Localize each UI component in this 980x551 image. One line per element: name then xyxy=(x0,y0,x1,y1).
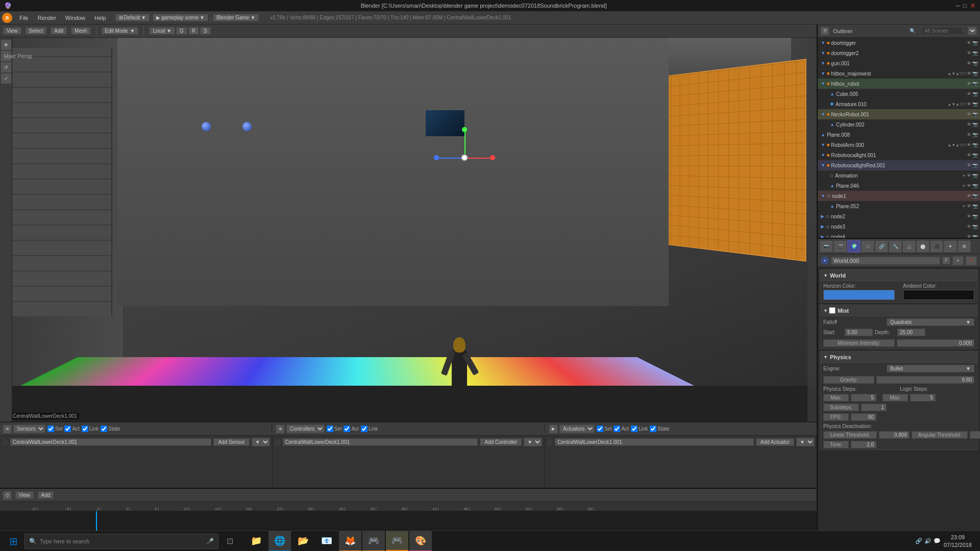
substeps-input[interactable] xyxy=(861,404,887,411)
link-check-ctrl[interactable] xyxy=(361,425,368,432)
blender-logo[interactable]: B xyxy=(2,13,12,23)
sensor-object-input[interactable] xyxy=(10,438,211,446)
camera-restrict-icon-c005[interactable]: 📷 xyxy=(972,91,978,96)
outliner-item-doortrigger[interactable]: ▼ ■ doortrigger 👁 📷 xyxy=(818,38,980,48)
scene-selector[interactable]: ▶ gameplay scene ▼ xyxy=(153,14,208,21)
restrict-icon-n2[interactable]: 👁 xyxy=(967,214,971,219)
prop-tab-world[interactable]: 🌍 xyxy=(847,240,861,253)
restrict-icon-ra[interactable]: 👁 xyxy=(967,142,971,147)
restrict-icon-hmw[interactable]: 👁 xyxy=(967,71,971,76)
vp-tool-3[interactable]: ↺ xyxy=(1,62,11,72)
outliner-item-hitbox-robot[interactable]: ▼ ■ hitbox_robot 👁 📷 xyxy=(818,79,980,89)
filter-type[interactable] xyxy=(968,27,977,35)
add-sensor-btn[interactable]: Add Sensor xyxy=(213,438,249,446)
mist-depth-input[interactable] xyxy=(897,329,925,336)
restrict-icon2[interactable]: 👁 xyxy=(967,51,971,56)
ambient-color-swatch[interactable] xyxy=(903,290,974,300)
restrict-icon-p008[interactable]: 👁 xyxy=(967,132,971,137)
outliner-search[interactable] xyxy=(922,27,963,35)
physics-section-header[interactable]: ▼ Physics xyxy=(820,352,977,363)
act-check-sensors[interactable] xyxy=(64,425,71,432)
prop-tab-object[interactable]: □ xyxy=(861,240,874,253)
prop-tab-data[interactable]: △ xyxy=(902,240,916,253)
prop-tab-material[interactable]: ⬤ xyxy=(916,240,929,253)
world-section-header[interactable]: ▼ World xyxy=(820,270,977,281)
mist-start-input[interactable] xyxy=(845,329,873,336)
act-check-ctrl[interactable] xyxy=(344,425,350,432)
menu-file[interactable]: File xyxy=(15,14,33,22)
controller-type-select[interactable]: ▼ xyxy=(524,438,542,446)
fps-input[interactable] xyxy=(851,413,876,421)
link-check-act[interactable] xyxy=(631,425,638,432)
timeline-view-menu[interactable]: View xyxy=(15,491,34,499)
action-center-icon[interactable]: 💬 xyxy=(934,538,941,544)
restrict-icon-c005[interactable]: 👁 xyxy=(967,91,971,96)
microphone-icon[interactable]: 🎤 xyxy=(206,538,214,545)
add-menu-vp[interactable]: Add xyxy=(51,27,67,35)
sel-check-act[interactable] xyxy=(597,425,603,432)
outliner-item-gun[interactable]: ▼ ■ gun.001 👁 📷 xyxy=(818,58,980,68)
camera-restrict-icon-hmw[interactable]: 📷 xyxy=(972,71,978,76)
camera-restrict-icon2[interactable]: 📷 xyxy=(972,51,978,56)
outliner-item-neckorobot[interactable]: ▼ ■ NeckoRobot.001 👁 📷 xyxy=(818,109,980,119)
physics-gravity-input[interactable] xyxy=(876,376,974,384)
sel-check-ctrl[interactable] xyxy=(327,425,333,432)
actuator-type-select[interactable]: ▼ xyxy=(796,438,815,446)
outliner-item-cube005[interactable]: ▲ Cube.005 👁 📷 xyxy=(818,89,980,99)
volume-icon[interactable]: 🔊 xyxy=(924,538,932,544)
mist-min-intensity-input[interactable] xyxy=(897,339,974,347)
taskbar-app-edge[interactable]: 🌐 xyxy=(268,531,291,552)
link-check-sensors[interactable] xyxy=(82,425,88,432)
actuator-object-input[interactable] xyxy=(555,438,753,446)
start-button[interactable]: ⊞ xyxy=(4,532,22,550)
prop-tab-modifier[interactable]: 🔧 xyxy=(889,240,902,253)
taskbar-search-bar[interactable]: 🔍 Type here to search 🎤 xyxy=(24,534,218,549)
world-delete-btn[interactable]: ✕ xyxy=(966,256,977,265)
prop-tab-physics[interactable]: ⚙ xyxy=(958,240,971,253)
outliner-item-armature010[interactable]: ✱ Armature.010 ▲▼▲▽▽ 👁 📷 xyxy=(818,99,980,109)
max-value-input[interactable] xyxy=(851,394,876,402)
rotate-tool[interactable]: R xyxy=(188,27,199,35)
camera-restrict-icon-n3[interactable]: 📷 xyxy=(972,224,978,229)
outliner-item-cylinder002[interactable]: ▲ Cylinder.002 👁 📷 xyxy=(818,119,980,130)
menu-help[interactable]: Help xyxy=(90,14,110,22)
restrict-icon-cy002[interactable]: 👁 xyxy=(967,122,971,127)
outliner-item-robotarm[interactable]: ▼ ■ RobotArm.000 ▲▼▲▽▽ 👁 📷 xyxy=(818,140,980,150)
mode-selector[interactable]: Edit Mode ▼ xyxy=(102,27,139,35)
outliner-item-plane046[interactable]: ▲ Plane.046 ✶ 👁 📷 xyxy=(818,181,980,191)
camera-restrict-icon-n4[interactable]: 📷 xyxy=(972,234,978,239)
vp-tool-4[interactable]: ⤢ xyxy=(1,73,11,84)
task-view-btn[interactable]: ⊡ xyxy=(220,532,239,550)
taskbar-app-firefox[interactable]: 🦊 xyxy=(339,531,361,552)
camera-restrict-icon-n1[interactable]: 📷 xyxy=(972,193,978,198)
camera-restrict-icon-ra[interactable]: 📷 xyxy=(972,142,978,147)
camera-restrict-icon-rvr[interactable]: 📷 xyxy=(972,163,978,168)
prop-tab-constraint[interactable]: 🔗 xyxy=(875,240,888,253)
prop-tab-particles[interactable]: ✦ xyxy=(944,240,957,253)
restrict-icon-n4[interactable]: 👁 xyxy=(967,234,971,239)
menu-window[interactable]: Window xyxy=(61,14,89,22)
camera-restrict-icon-nr[interactable]: 📷 xyxy=(972,112,978,117)
layout-selector[interactable]: ⊞ Default ▼ xyxy=(115,14,150,21)
outliner-item-plane052[interactable]: ▲ Plane.052 ✶ 👁 📷 xyxy=(818,201,980,211)
world-user-count[interactable]: + xyxy=(952,256,964,265)
3d-viewport[interactable]: User Persp (1) CentralWallLowerDeck1.001… xyxy=(0,38,817,421)
camera-restrict-icon[interactable]: 📷 xyxy=(972,40,978,45)
grab-tool[interactable]: G xyxy=(176,27,187,35)
prop-tab-scene[interactable]: 🎬 xyxy=(834,240,847,253)
mist-falloff-select[interactable]: Quadratic ▼ xyxy=(887,318,974,326)
outliner-item-doortrigger2[interactable]: ▼ ■ doortrigger2 👁 📷 xyxy=(818,48,980,58)
scale-tool[interactable]: S xyxy=(200,27,211,35)
outliner-item-node1[interactable]: ▼ ◇ node1 👁 📷 xyxy=(818,191,980,201)
prop-tab-render[interactable]: 📷 xyxy=(820,240,833,253)
add-actuator-btn[interactable]: Add Actuator xyxy=(756,438,794,446)
restrict-icon-p052[interactable]: 👁 xyxy=(967,204,971,209)
view-menu[interactable]: View xyxy=(3,27,21,35)
taskbar-app-files[interactable]: 📂 xyxy=(292,531,314,552)
taskbar-app-blender1[interactable]: 🎮 xyxy=(362,531,385,552)
network-icon[interactable]: 🔗 xyxy=(915,538,922,544)
camera-restrict-icon-n2[interactable]: 📷 xyxy=(972,214,978,219)
camera-restrict-icon-hr[interactable]: 📷 xyxy=(972,81,978,86)
linear-threshold-input[interactable] xyxy=(879,431,910,439)
camera-restrict-icon-p046[interactable]: 📷 xyxy=(972,183,978,188)
